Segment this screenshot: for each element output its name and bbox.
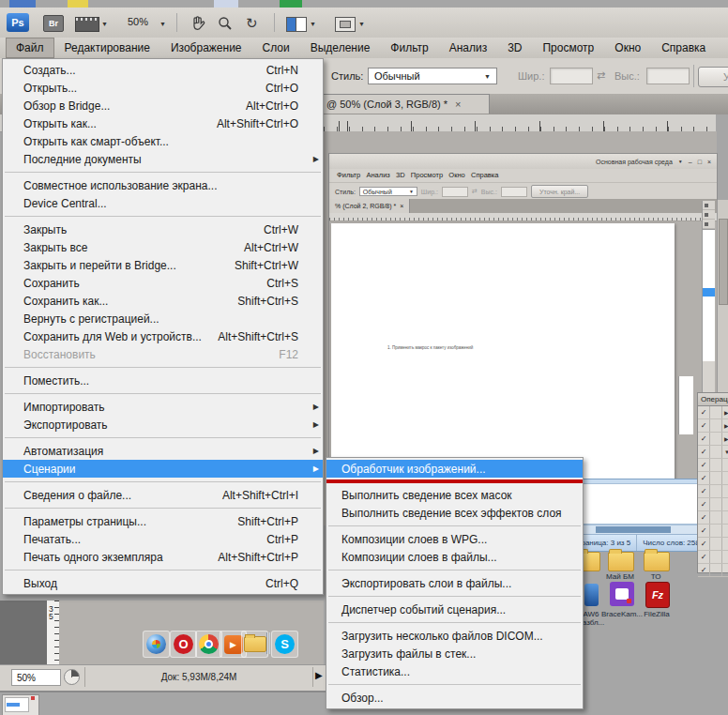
taskbar-chrome-icon[interactable] — [195, 631, 222, 658]
file-menu-item[interactable]: Сохранить Ctrl+S ▶ — [3, 274, 323, 292]
chevron-down-icon[interactable]: ▼ — [310, 21, 316, 27]
file-menu-item[interactable]: Закрыть Ctrl+W ▶ — [3, 221, 323, 238]
refine-edge-button[interactable]: Уточн. край... — [698, 67, 728, 87]
file-menu-item[interactable]: Импортировать ▶ — [3, 398, 323, 416]
actions-panel-row[interactable]: ✓ ▶ — [698, 406, 728, 419]
expand-arrow-icon[interactable] — [722, 485, 728, 497]
scripts-submenu-item[interactable]: Загрузить файлы в стек... ▶ — [326, 645, 583, 662]
status-zoom-input[interactable]: 50% — [11, 669, 61, 686]
status-expand-arrow-icon[interactable]: ▶ — [315, 670, 323, 680]
menubar-item[interactable]: Просмотр — [532, 38, 604, 58]
actions-panel-row[interactable]: ✓ — [698, 564, 728, 577]
desktop-folder-icon[interactable] — [644, 552, 670, 571]
expand-arrow-icon[interactable] — [722, 538, 728, 550]
file-menu-item[interactable]: Параметры страницы... Shift+Ctrl+P ▶ — [3, 512, 323, 530]
taskbar-explorer-icon[interactable] — [241, 631, 268, 658]
chevron-down-icon[interactable]: ▼ — [358, 21, 365, 27]
close-icon[interactable]: × — [455, 99, 461, 110]
swap-dimensions-icon[interactable]: ⇄ — [597, 69, 605, 82]
file-menu-item[interactable]: Восстановить F12 ▶ — [3, 345, 323, 363]
expand-arrow-icon[interactable] — [722, 498, 728, 510]
menubar-item[interactable]: Изображение — [160, 38, 252, 58]
check-icon[interactable]: ✓ — [701, 461, 707, 470]
actions-panel-row[interactable]: ✓ ▶ — [698, 419, 728, 433]
actions-panel-row[interactable]: ✓ — [698, 459, 728, 472]
expand-arrow-icon[interactable] — [722, 459, 728, 471]
desktop-app-icon-blue[interactable] — [584, 584, 599, 606]
file-menu-item[interactable]: Открыть... Ctrl+O ▶ — [3, 79, 323, 97]
check-icon[interactable]: ✓ — [701, 526, 707, 536]
check-icon[interactable]: ✓ — [701, 474, 707, 483]
menubar-item[interactable]: Слои — [252, 38, 300, 58]
actions-panel-row[interactable]: ✓ — [698, 525, 728, 538]
file-menu-item[interactable]: Закрыть все Alt+Ctrl+W ▶ — [3, 238, 323, 256]
actions-panel-row[interactable]: ✓ — [698, 498, 728, 511]
expand-arrow-icon[interactable] — [722, 472, 728, 484]
desktop-folder-icon[interactable] — [608, 552, 634, 571]
file-menu-item[interactable]: Вернуть с регистрацией... ▶ — [3, 310, 323, 327]
check-icon[interactable]: ✓ — [701, 408, 707, 418]
check-icon[interactable]: ✓ — [701, 540, 707, 549]
menubar-item[interactable]: Фильтр — [380, 38, 438, 58]
hand-tool-icon[interactable] — [190, 15, 206, 34]
expand-arrow-icon[interactable]: ▶ — [722, 406, 728, 418]
scripts-submenu-item[interactable]: Экспортировать слои в файлы... ▶ — [326, 574, 583, 592]
file-menu-item[interactable]: Экспортировать ▶ — [3, 416, 323, 434]
taskbar-opera-icon[interactable]: O — [170, 631, 197, 658]
height-input[interactable] — [646, 68, 690, 84]
scripts-submenu-item[interactable]: Композиции слоев в WPG... ▶ — [326, 530, 583, 548]
actions-panel-row[interactable]: ✓ ▶ — [698, 433, 728, 446]
check-icon[interactable]: ✓ — [701, 500, 707, 510]
chevron-down-icon[interactable]: ▼ — [101, 21, 108, 27]
file-menu-item[interactable]: Открыть как смарт-объект... ▶ — [3, 132, 323, 150]
desktop-icon-label[interactable]: FileZilla — [636, 610, 677, 618]
scripts-submenu-item[interactable]: Выполнить сведение всех эффектов слоя ▶ — [326, 504, 583, 522]
expand-arrow-icon[interactable] — [722, 551, 728, 563]
actions-panel-row[interactable]: ✓ — [698, 511, 728, 525]
width-input[interactable] — [550, 68, 593, 84]
rotate-view-icon[interactable]: ↻ — [246, 16, 258, 30]
chevron-down-icon[interactable]: ▼ — [159, 21, 166, 27]
check-icon[interactable]: ✓ — [701, 513, 707, 523]
scripts-submenu-item[interactable]: Композиции слоев в файлы... ▶ — [326, 548, 583, 566]
status-doc-size[interactable]: Док: 5,93М/8,24М — [84, 667, 313, 687]
zoom-tool-icon[interactable] — [218, 16, 233, 33]
check-icon[interactable]: ✓ — [701, 566, 707, 575]
check-icon[interactable]: ✓ — [701, 434, 707, 444]
file-menu-item[interactable]: Закрыть и перейти в Bridge... Shift+Ctrl… — [3, 256, 323, 274]
expand-arrow-icon[interactable]: ▶ — [722, 433, 728, 445]
actions-panel-row[interactable]: ✓ — [698, 538, 728, 551]
scripts-submenu-item[interactable]: Диспетчер событий сценария... ▶ — [326, 601, 583, 618]
expand-arrow-icon[interactable]: ▶ — [722, 419, 728, 432]
menubar-item[interactable]: Анализ — [439, 38, 498, 58]
file-menu-item[interactable]: Автоматизация ▶ — [3, 442, 323, 460]
style-select[interactable]: Обычный ▼ — [368, 68, 497, 84]
scripts-submenu-item[interactable]: Загрузить несколько файлов DICOM... ▶ — [326, 627, 583, 645]
taskbar-skype-icon[interactable]: S — [271, 631, 298, 658]
zoom-level-value[interactable]: 50% — [128, 16, 148, 27]
file-menu-item[interactable]: Выход Ctrl+Q ▶ — [3, 574, 323, 592]
file-menu-item[interactable]: Сценарии ▶ — [3, 460, 323, 478]
scripts-submenu-item[interactable]: Обзор... ▶ — [326, 689, 583, 707]
file-menu-item[interactable]: Создать... Ctrl+N ▶ — [3, 61, 323, 79]
menubar-item[interactable]: Справка — [651, 38, 716, 58]
file-menu-item[interactable]: Печать одного экземпляра Alt+Shift+Ctrl+… — [3, 548, 323, 566]
document-tab[interactable]: @ 50% (Слой 3, RGB/8) * × — [310, 94, 490, 114]
actions-panel-row[interactable]: ✓ — [698, 485, 728, 498]
actions-panel-title[interactable]: Операции — [698, 393, 728, 406]
actions-panel-row[interactable]: ✓ — [698, 551, 728, 564]
desktop-app-icon-purple[interactable] — [610, 582, 634, 606]
arrange-documents-icon[interactable] — [286, 17, 307, 32]
desktop-icon-label[interactable]: ТО — [635, 572, 676, 581]
desktop-filezilla-icon[interactable]: Fz — [645, 582, 670, 608]
check-icon[interactable]: ✓ — [701, 421, 707, 431]
check-icon[interactable]: ✓ — [701, 448, 707, 457]
expand-arrow-icon[interactable] — [722, 525, 728, 537]
file-menu-item[interactable]: Печатать... Ctrl+P ▶ — [3, 530, 323, 548]
file-menu-item[interactable]: Сохранить для Web и устройств... Alt+Shi… — [3, 327, 323, 345]
menubar-item[interactable]: Окно — [604, 38, 651, 58]
screen-mode-icon[interactable] — [335, 17, 356, 32]
file-menu-item[interactable]: Открыть как... Alt+Shift+Ctrl+O ▶ — [3, 114, 323, 132]
file-menu-item[interactable]: Последние документы ▶ — [3, 150, 323, 168]
check-icon[interactable]: ✓ — [701, 487, 707, 496]
